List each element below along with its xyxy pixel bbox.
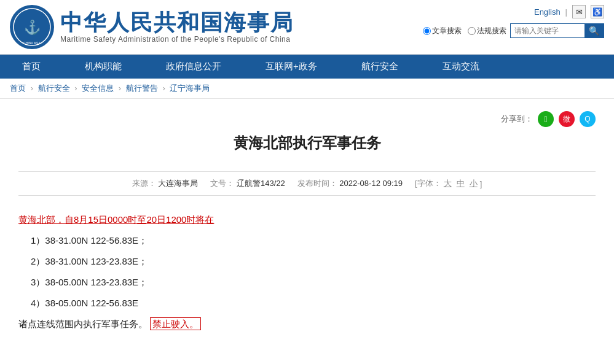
weibo-share-icon[interactable]: 微	[559, 111, 575, 127]
font-mid-btn[interactable]: 中	[457, 178, 465, 189]
coord-1: 1）38-31.00N 122-56.83E；	[18, 231, 596, 250]
header-top-links: English | ✉ ♿	[534, 5, 604, 18]
nav-interaction[interactable]: 互动交流	[420, 55, 502, 79]
doc-value: 辽航警143/22	[237, 179, 285, 188]
logo-text: 中华人民共和国海事局 Maritime Safety Administratio…	[60, 10, 294, 44]
source-value: 大连海事局	[158, 179, 198, 188]
header-right: English | ✉ ♿ 文章搜索 法规搜索 🔍	[423, 5, 604, 38]
ending-line: 诸点连线范围内执行军事任务。 禁止驶入。	[18, 315, 596, 333]
font-label: [字体：	[415, 178, 441, 189]
ending-before: 诸点连线范围内执行军事任务。	[18, 319, 148, 329]
radio-article-label: 文章搜索	[432, 26, 462, 36]
english-link[interactable]: English	[534, 7, 561, 17]
source-label: 来源：	[132, 179, 156, 188]
radio-group: 文章搜索 法规搜索	[423, 26, 506, 36]
separator: |	[565, 7, 567, 17]
qq-share-icon[interactable]: Q	[580, 111, 596, 127]
breadcrumb-nav-warning[interactable]: 航行警告	[126, 83, 158, 93]
breadcrumb: 首页 › 航行安全 › 安全信息 › 航行警告 › 辽宁海事局	[0, 79, 614, 99]
nav-home[interactable]: 首页	[0, 55, 63, 79]
coord-3: 3）38-05.00N 123-23.83E；	[18, 273, 596, 292]
radio-article[interactable]: 文章搜索	[423, 26, 462, 36]
logo-title: 中华人民共和国海事局	[60, 10, 294, 35]
date-label: 发布时间：	[297, 179, 337, 188]
font-large-btn[interactable]: 大	[444, 178, 452, 189]
logo-area: ⚓ CHINA MSA 中华人民共和国海事局 Maritime Safety A…	[10, 5, 294, 49]
intro-line: 黄海北部，自8月15日0000时至20日1200时将在	[18, 211, 596, 229]
search-button[interactable]: 🔍	[584, 24, 604, 37]
breadcrumb-safety-info[interactable]: 安全信息	[82, 83, 114, 93]
logo-subtitle: Maritime Safety Administration of the Pe…	[60, 35, 294, 44]
accessibility-icon[interactable]: ♿	[591, 5, 604, 18]
breadcrumb-nav-safety[interactable]: 航行安全	[38, 83, 70, 93]
font-size-control: [字体： 大 中 小 ]	[415, 178, 482, 189]
nav-internet-plus[interactable]: 互联网+政务	[243, 55, 339, 79]
share-bar: 分享到：  微 Q	[18, 111, 596, 127]
svg-text:⚓: ⚓	[24, 19, 41, 36]
nav-bar: 首页 机构职能 政府信息公开 互联网+政务 航行安全 互动交流	[0, 55, 614, 79]
font-small-btn[interactable]: 小	[470, 178, 478, 189]
article-body: 黄海北部，自8月15日0000时至20日1200时将在 1）38-31.00N …	[18, 211, 596, 333]
nav-nav-safety[interactable]: 航行安全	[339, 55, 420, 79]
doc-label: 文号：	[210, 179, 234, 188]
article-title: 黄海北部执行军事任务	[18, 133, 596, 161]
search-area: 文章搜索 法规搜索 🔍	[423, 23, 604, 38]
nav-gov-info[interactable]: 政府信息公开	[144, 55, 243, 79]
search-input[interactable]	[511, 25, 584, 37]
meta-source: 来源： 大连海事局	[132, 178, 199, 189]
coord-4: 4）38-05.00N 122-56.83E	[18, 294, 596, 312]
meta-doc: 文号： 辽航警143/22	[210, 178, 285, 189]
content-wrap: 分享到：  微 Q 黄海北部执行军事任务 来源： 大连海事局 文号： 辽航警1…	[0, 99, 614, 354]
article-meta: 来源： 大连海事局 文号： 辽航警143/22 发布时间： 2022-08-12…	[18, 171, 596, 196]
nav-institution[interactable]: 机构职能	[63, 55, 144, 79]
intro-text: 黄海北部，自8月15日0000时至20日1200时将在	[18, 214, 214, 225]
radio-law[interactable]: 法规搜索	[468, 26, 506, 36]
font-end: ]	[480, 179, 482, 188]
breadcrumb-home[interactable]: 首页	[10, 83, 26, 93]
coord-2: 2）38-31.00N 123-23.83E；	[18, 252, 596, 271]
meta-date: 发布时间： 2022-08-12 09:19	[297, 178, 403, 189]
search-input-wrap: 🔍	[510, 23, 604, 38]
date-value: 2022-08-12 09:19	[339, 179, 403, 188]
svg-text:CHINA MSA: CHINA MSA	[23, 41, 41, 45]
email-icon[interactable]: ✉	[572, 5, 586, 18]
share-label: 分享到：	[501, 114, 533, 125]
breadcrumb-liaoning[interactable]: 辽宁海事局	[170, 83, 210, 93]
radio-law-label: 法规搜索	[477, 26, 506, 36]
logo-image: ⚓ CHINA MSA	[10, 5, 54, 49]
forbidden-text: 禁止驶入。	[150, 317, 201, 330]
header: ⚓ CHINA MSA 中华人民共和国海事局 Maritime Safety A…	[0, 0, 614, 55]
wechat-share-icon[interactable]: 	[538, 111, 554, 127]
